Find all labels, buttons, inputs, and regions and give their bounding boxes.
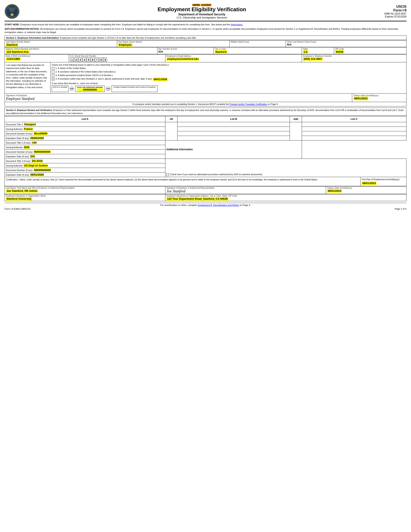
section2-header-bold: Section 2. Employer Review and Verificat… (6, 109, 53, 111)
section1-dob-table: Date of Birth (mm/dd/yyyy) 11/01/1985 U.… (5, 54, 406, 62)
or-circle-2: OR (106, 87, 110, 91)
doc3-issuing-label: Issuing Authority (6, 164, 23, 167)
checkbox-row-1: 1. A citizen of the United States (52, 67, 405, 70)
ssn-d3: 3 (78, 57, 82, 62)
city-value: Stanford (215, 50, 227, 54)
empid-label: EMPID: (192, 4, 201, 6)
state-value: CA (303, 50, 308, 54)
last-name-cell: Last Name (Family Name) Stanford (5, 40, 117, 47)
org-address-cell: Employer's Business or Organization Addr… (165, 194, 406, 201)
doc2-number-cell: Document Number (if any) 00000000000 (5, 149, 165, 154)
dob-value: 11/01/1985 (6, 57, 20, 61)
doc2-expiry-value: D/S (30, 155, 35, 158)
doc2-issuing-value: DHS (24, 146, 29, 149)
emp-date-cell: Today's Date (mm/dd/yyyy) 08/01/2023 (326, 186, 406, 194)
doc3-expiry-label: Expiration Date (if any) (6, 173, 29, 176)
reverif-text-2: on Page 4. (239, 204, 251, 206)
doc1-expiry-row: Expiration Date (if any) 09/09/2030 (5, 136, 406, 140)
doc1-issuing-value: France (24, 127, 33, 131)
section2-doc-table: List A OR List B AND List C Document Tit… (5, 116, 406, 177)
doc1-title-label: Document Title 1 (6, 123, 23, 126)
email-value: employee@stanford.edu (166, 57, 199, 61)
alt-procedure-checkbox[interactable] (166, 173, 169, 176)
checkbox-1[interactable] (52, 67, 54, 70)
or-label: OR (170, 118, 173, 120)
first-name-value: Employee (118, 43, 132, 47)
doc3-title-cell: Document Title 3 (if any) DS-2019 (5, 159, 165, 163)
uscis-number-box: USCIS A-Number (52, 86, 68, 92)
passport-label: Foreign Passport Number and Country of I… (114, 86, 156, 88)
doc1-title-value: Passport (24, 123, 36, 126)
section2-header-rest: Employers or their authorized representa… (6, 109, 404, 114)
org-name-label: Employer's Business or Organization Name (6, 195, 164, 197)
list-c-doc1-title-cell (302, 122, 406, 127)
and-mid-cell (290, 122, 302, 140)
additional-info-label: Additional Information (166, 148, 301, 151)
phone-cell: Employee's Telephone Number (650) 123-45… (302, 55, 406, 62)
checkbox-2[interactable] (52, 71, 54, 73)
box4-date: 08/01/2026 (153, 77, 168, 81)
doc2-number-label: Document Number (if any) (6, 151, 33, 153)
address-cell: Address (Street Number and Name) 123 Sta… (5, 48, 157, 54)
agency-logo: DEPARTMENT OF HOMELAND SECURITY (5, 4, 19, 19)
doc1-number-value: 00xx00000 (34, 132, 47, 135)
anti-disc-text: All employees can choose which acceptabl… (5, 28, 399, 33)
doc1-title-row: Document Title 1 Passport (5, 122, 406, 127)
phone-value: (650) 123-4567 (303, 57, 323, 61)
doc3-expiry-value: 08/01/2026 (30, 173, 44, 176)
cert-text: Certification: I attest, under penalty o… (6, 178, 318, 181)
instructions-link[interactable]: Instructions. (231, 23, 243, 26)
doc3-expiry-cell: Expiration Date (if any) 08/01/2026 (5, 172, 165, 177)
agency-name: U.S. Citizenship and Immigration Service… (24, 16, 380, 19)
doc3-title-row: Document Title 3 (if any) DS-2019 Check … (5, 159, 406, 163)
doc2-title-label: Document Title 2 (if any) (6, 142, 30, 144)
doc3-number-value: N0000000000 (34, 169, 51, 172)
sig-date-label: Today's Date (mm/dd/yyyy) (354, 94, 405, 97)
other-names-cell: Other Last Names Used (if any) N/A (286, 40, 406, 47)
cert-text-block: Certification: I attest, under penalty o… (5, 177, 361, 186)
checkbox-2-label: 2. A noncitizen national of the United S… (56, 70, 116, 73)
col-c-header: List C (303, 117, 405, 121)
org-address-label: Employer's Business or Organization Addr… (166, 195, 405, 197)
sig-value: Employee Stanford (6, 97, 351, 101)
section1-name-table: Last Name (Family Name) Stanford First N… (5, 40, 406, 47)
doc3-title-value: DS-2019 (32, 159, 42, 162)
checkbox-4[interactable]: ✓ (52, 78, 54, 80)
checkbox-3[interactable] (52, 74, 54, 77)
doc1-issuing-row: Issuing Authority France (5, 127, 406, 131)
doc3-issuing-cell: Issuing Authority US Dept of Justice (5, 163, 165, 168)
footer-note: For reverification or rehire, complete S… (5, 203, 406, 206)
svg-text:HOMELAND: HOMELAND (9, 9, 15, 10)
list-b-doc1-title-cell (177, 122, 290, 127)
doc3-title-label: Document Title 3 (if any) (6, 160, 30, 162)
middle-initial-value (231, 43, 285, 46)
doc1-expiry-value: 09/09/2030 (30, 137, 44, 140)
doc2-expiry-cell: Expiration Date (if any) D/S (5, 154, 165, 159)
doc1-number-label: Document Number (if any) (6, 132, 33, 135)
email-label: Employee's Email Address (166, 55, 301, 57)
preparer-link[interactable]: Preparer and/or Translator Certification (229, 103, 267, 105)
and-header-cell: AND (290, 116, 302, 122)
ssn-d6: 6 (91, 57, 95, 62)
page-footer: Form I-9 Edition 08/01/23 Page 1 of 4 (5, 208, 406, 210)
sig-label: Signature of Employee (6, 94, 351, 97)
apt-cell: Apt. Number (if any) N/A (157, 48, 214, 54)
attestation-text: I am aware that federal law provides for… (6, 64, 47, 88)
doc1-title-cell: Document Title 1 Passport (5, 122, 165, 127)
ssn-d2: 2 (74, 57, 78, 62)
anti-disc-label: ANTI-DISCRIMINATION NOTICE: (5, 28, 39, 30)
svg-text:DEPARTMENT OF: DEPARTMENT OF (8, 8, 17, 9)
address-label: Address (Street Number and Name) (6, 48, 156, 50)
phone-label: Employee's Telephone Number (303, 55, 405, 57)
passport-value (114, 88, 156, 91)
reverif-link[interactable]: Supplement B, Reverification and Rehire (198, 204, 239, 206)
ssn-d1: 1 (70, 57, 74, 62)
checkbox-row-4: ✓ 4. A noncitizen (other than Item Numbe… (52, 77, 405, 81)
ssn-d8: 8 (99, 57, 103, 62)
list-b-issuing-cell (177, 127, 290, 131)
header-center: EMPID: 01234567 Employment Eligibility V… (19, 4, 384, 19)
emp-name-cell: Last Name, First Name and Title of Emplo… (5, 186, 165, 194)
anti-discrimination-notice: ANTI-DISCRIMINATION NOTICE: All employee… (5, 28, 406, 34)
checkbox-row-3: 3. A lawful permanent resident (Enter US… (52, 74, 405, 77)
emp-name-value: Joe Stanford, HR Admin (6, 189, 38, 193)
